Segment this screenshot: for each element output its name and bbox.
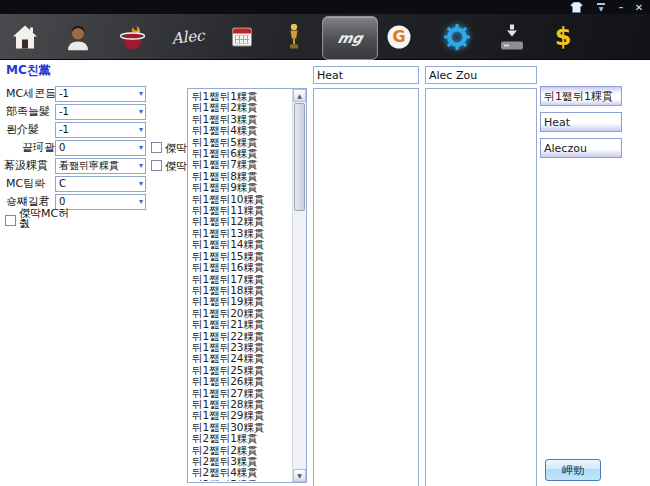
form-select-4-value: 看쨆뒤寧粿貫 [59, 160, 119, 171]
mygm-tab-selected[interactable]: mg [322, 16, 378, 60]
confirm-button[interactable]: 岬勁 [545, 459, 601, 481]
mc-checkbox-label: 傑딱MC허 춼 [19, 209, 69, 229]
download-icon[interactable] [501, 24, 523, 49]
chevron-down-icon: ▾ [139, 124, 143, 136]
form-select-1[interactable]: -1 ▾ [55, 104, 146, 120]
alec-signature-icon[interactable]: Alec [171, 26, 206, 47]
form-select-0[interactable]: -1 ▾ [55, 86, 146, 102]
game-list[interactable]: 뒤1쨆뒤1粿貫뒤1쨆뒤2粿貫뒤1쨆뒤3粿貫뒤1쨆뒤4粿貫뒤1쨆뒤5粿貫뒤1쨆뒤6… [187, 88, 307, 483]
titlebar: ▼ – ✕ [0, 0, 650, 14]
chevron-down-icon: ▾ [139, 196, 143, 208]
form-select-3-value: 0 [59, 142, 65, 153]
form-label-3: 끝珂괄 [22, 140, 55, 156]
game-list-item[interactable]: 뒤1쨆뒤14粿貫 [192, 239, 292, 250]
gear-icon[interactable] [444, 23, 471, 50]
form-select-4[interactable]: 看쨆뒤寧粿貫 ▾ [55, 158, 146, 174]
jersey-icon[interactable] [568, 1, 584, 13]
money-icon[interactable]: $ [555, 25, 572, 49]
form-label-1: 部족늘髮 [6, 104, 50, 120]
rollup-arrow: ▼ [599, 6, 604, 11]
owner-name-input[interactable] [425, 66, 537, 84]
page-title: MC친黨 [6, 62, 51, 79]
form-select-1-value: -1 [59, 106, 69, 117]
trophy-icon[interactable] [288, 23, 301, 50]
chevron-down-icon: ▾ [139, 142, 143, 154]
form-select-0-value: -1 [59, 88, 69, 99]
form-label-2: 뢴介髮 [6, 122, 39, 138]
checkbox-row-3-label: 傑딱 [165, 141, 187, 156]
minimize-icon[interactable]: – [614, 1, 628, 13]
calendar-glyph [232, 27, 252, 46]
form-select-2[interactable]: -1 ▾ [55, 122, 146, 138]
mc-checkbox[interactable] [5, 215, 16, 226]
side-owner-input[interactable] [540, 138, 622, 158]
form-select-3[interactable]: 0 ▾ [55, 140, 146, 156]
game-list-item[interactable]: 뒤1쨆뒤21粿貫 [192, 319, 292, 330]
scroll-down-icon[interactable]: ▼ [293, 469, 306, 482]
heat-logo-icon[interactable] [120, 23, 147, 50]
side-game-input[interactable] [540, 86, 622, 106]
form-select-5[interactable]: C ▾ [55, 176, 146, 192]
game-list-item[interactable]: 뒤1쨆뒤4粿貫 [192, 125, 292, 136]
game-list-item[interactable]: 뒤1쨆뒤19粿貫 [192, 296, 292, 307]
checkbox-row-4-label: 傑딱 [165, 159, 187, 174]
team-name-input[interactable] [313, 66, 419, 84]
game-list-scrollbar[interactable]: ▲ ▼ [292, 89, 306, 482]
scrollbar-thumb[interactable] [294, 103, 305, 211]
form-select-2-value: -1 [59, 124, 69, 135]
gatorade-letter: G [392, 29, 405, 45]
team-list-panel[interactable] [313, 88, 419, 486]
checkbox-row-4[interactable] [151, 160, 162, 171]
chevron-down-icon: ▾ [139, 178, 143, 190]
home-icon[interactable] [12, 24, 38, 49]
jersey-glyph [570, 2, 583, 13]
app-window: ▼ – ✕ Alec [0, 0, 650, 486]
checkbox-row-3[interactable] [151, 142, 162, 153]
owner-list-panel[interactable] [425, 88, 537, 486]
chevron-down-icon: ▾ [139, 88, 143, 100]
form-select-5-value: C [59, 178, 66, 189]
calendar-icon[interactable] [232, 27, 252, 46]
form-label-4: 莃汲粿貫 [4, 158, 48, 174]
player-icon[interactable] [66, 23, 90, 50]
game-list-item[interactable]: 뒤2쨆뒤1粿貫 [192, 433, 292, 444]
chevron-down-icon: ▾ [139, 106, 143, 118]
toolbar: Alec mg G [0, 14, 650, 60]
mygm-logo-icon: mg [336, 30, 365, 46]
form-label-5: MC팀롸 [6, 176, 45, 192]
chevron-down-icon: ▾ [139, 160, 143, 172]
game-list-items: 뒤1쨆뒤1粿貫뒤1쨆뒤2粿貫뒤1쨆뒤3粿貫뒤1쨆뒤4粿貫뒤1쨆뒤5粿貫뒤1쨆뒤6… [189, 90, 292, 481]
rollup-icon[interactable]: ▼ [594, 1, 608, 13]
side-team-input[interactable] [540, 112, 622, 132]
game-list-item[interactable]: 뒤1쨆뒤9粿貫 [192, 182, 292, 193]
form-select-6-value: 0 [59, 196, 65, 207]
game-list-item[interactable]: 뒤1쨆뒤26粿貫 [192, 376, 292, 387]
scroll-up-icon[interactable]: ▲ [293, 89, 306, 102]
mc-checkbox-label-line2: 춼 [19, 217, 30, 230]
close-icon[interactable]: ✕ [632, 1, 646, 13]
game-list-item[interactable]: 뒤2쨆뒤5粿貫 [192, 479, 292, 481]
game-list-item[interactable]: 뒤1쨆뒤16粿貫 [192, 262, 292, 273]
gatorade-icon[interactable]: G [388, 25, 411, 48]
